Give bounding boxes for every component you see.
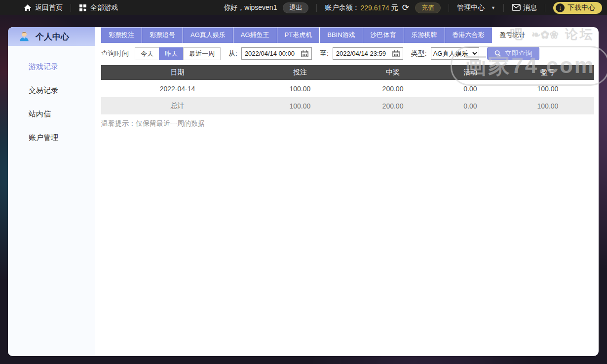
all-games-link[interactable]: 全部游戏 [79, 3, 118, 12]
mail-icon [512, 4, 520, 12]
type-label: 类型: [411, 49, 427, 58]
chevron-down-icon: ▼ [491, 5, 495, 10]
greeting-text: 你好，wipseven1 [224, 3, 277, 12]
tab-bar: 彩票投注彩票追号AG真人娱乐AG捕鱼王PT老虎机BBIN游戏沙巴体育乐游棋牌香港… [101, 27, 594, 43]
admin-center-label: 管理中心 [457, 3, 485, 12]
tip-text: 温馨提示：仅保留最近一周的数据 [101, 119, 594, 128]
download-center-label: 下载中心 [568, 3, 595, 12]
quick-range-group: 今天昨天最近一周 [135, 47, 221, 60]
topbar: 返回首页 全部游戏 你好，wipseven1 退出 账户余额： 229.6174… [0, 0, 607, 15]
balance-unit: 元 [391, 3, 398, 12]
to-date-box [333, 47, 403, 60]
tab[interactable]: 彩票追号 [142, 27, 183, 43]
divider [71, 4, 71, 12]
tab[interactable]: AG真人娱乐 [183, 27, 233, 43]
sidebar-item[interactable]: 站内信 [8, 102, 95, 126]
tab[interactable]: 盈亏统计 [493, 27, 533, 43]
table-cell: 100.00 [501, 97, 594, 114]
quick-range-button[interactable]: 今天 [135, 47, 159, 60]
sidebar-title: 个人中心 [36, 31, 69, 42]
table-header-cell: 中奖 [346, 65, 439, 80]
tab[interactable]: BBIN游戏 [320, 27, 362, 43]
main-content: 彩票投注彩票追号AG真人娱乐AG捕鱼王PT老虎机BBIN游戏沙巴体育乐游棋牌香港… [95, 27, 599, 356]
query-time-label: 查询时间 [101, 49, 129, 58]
table-cell: 100.00 [501, 80, 594, 97]
tab[interactable]: PT老虎机 [277, 27, 320, 43]
type-select[interactable]: AG真人娱乐 [431, 47, 479, 60]
table-header-cell: 日期 [101, 65, 254, 80]
table-cell: 2022-04-14 [101, 80, 254, 97]
search-button-label: 立即查询 [505, 49, 532, 58]
balance-value: 229.6174 [360, 4, 389, 12]
search-icon [494, 50, 501, 57]
refresh-icon[interactable]: ⟳ [402, 3, 409, 12]
from-date-box [241, 47, 312, 60]
recharge-button[interactable]: 充值 [415, 2, 441, 13]
calendar-icon[interactable] [301, 50, 308, 57]
home-link[interactable]: 返回首页 [24, 3, 63, 12]
sidebar-item[interactable]: 账户管理 [8, 126, 95, 149]
tab[interactable]: 香港六合彩 [445, 27, 492, 43]
divider [545, 4, 545, 12]
sidebar-menu: 游戏记录交易记录站内信账户管理 [8, 46, 95, 149]
balance-label: 账户余额： [325, 3, 359, 12]
sidebar: 个人中心 游戏记录交易记录站内信账户管理 [8, 27, 95, 356]
grid-icon [79, 4, 87, 12]
download-icon: ↓ [556, 3, 565, 12]
tab[interactable]: AG捕鱼王 [233, 27, 277, 43]
table-cell: 总计 [101, 97, 254, 114]
table-cell: 200.00 [346, 97, 439, 114]
table-header-cell: 投注 [254, 65, 346, 80]
admin-center-menu[interactable]: 管理中心 ▼ [457, 3, 495, 12]
divider [449, 4, 449, 12]
table-header-cell: 盈亏 [501, 65, 594, 80]
table-cell: 200.00 [346, 80, 439, 97]
to-date-input[interactable] [336, 50, 388, 57]
table-row: 2022-04-14100.00200.000.00100.00 [101, 80, 594, 97]
quick-range-button[interactable]: 昨天 [159, 47, 184, 60]
divider [503, 4, 504, 12]
tab[interactable]: 彩票投注 [101, 27, 142, 43]
table-cell: 100.00 [254, 80, 346, 97]
filter-bar: 查询时间 今天昨天最近一周 从: 至: [101, 47, 594, 60]
tab[interactable]: 沙巴体育 [363, 27, 404, 43]
divider [316, 4, 317, 12]
logout-button[interactable]: 退出 [283, 2, 308, 13]
home-icon [24, 4, 32, 12]
messages-label: 消息 [523, 3, 537, 12]
table-header-cell: 活动 [439, 65, 501, 80]
search-button[interactable]: 立即查询 [487, 47, 539, 60]
sidebar-item[interactable]: 交易记录 [8, 78, 95, 102]
from-date-input[interactable] [245, 50, 297, 57]
profit-loss-table: 日期投注中奖活动盈亏 2022-04-14100.00200.000.00100… [101, 65, 594, 114]
from-label: 从: [228, 49, 237, 58]
tab[interactable]: 乐游棋牌 [404, 27, 445, 43]
calendar-icon[interactable] [392, 50, 400, 57]
table-total-row: 总计100.00200.000.00100.00 [101, 97, 594, 114]
table-header-row: 日期投注中奖活动盈亏 [101, 65, 594, 80]
all-games-label: 全部游戏 [90, 3, 118, 12]
sidebar-header: 个人中心 [8, 27, 95, 46]
quick-range-button[interactable]: 最近一周 [183, 47, 221, 60]
download-center-button[interactable]: ↓ 下载中心 [553, 2, 602, 14]
table-cell: 0.00 [439, 97, 501, 114]
home-label: 返回首页 [35, 3, 63, 12]
table-cell: 0.00 [439, 80, 501, 97]
sidebar-item[interactable]: 游戏记录 [8, 55, 95, 78]
avatar [18, 30, 31, 43]
main-panel: 个人中心 游戏记录交易记录站内信账户管理 彩票投注彩票追号AG真人娱乐AG捕鱼王… [8, 27, 599, 356]
to-label: 至: [320, 49, 329, 58]
messages-link[interactable]: 消息 [512, 3, 537, 12]
table-cell: 100.00 [254, 97, 346, 114]
